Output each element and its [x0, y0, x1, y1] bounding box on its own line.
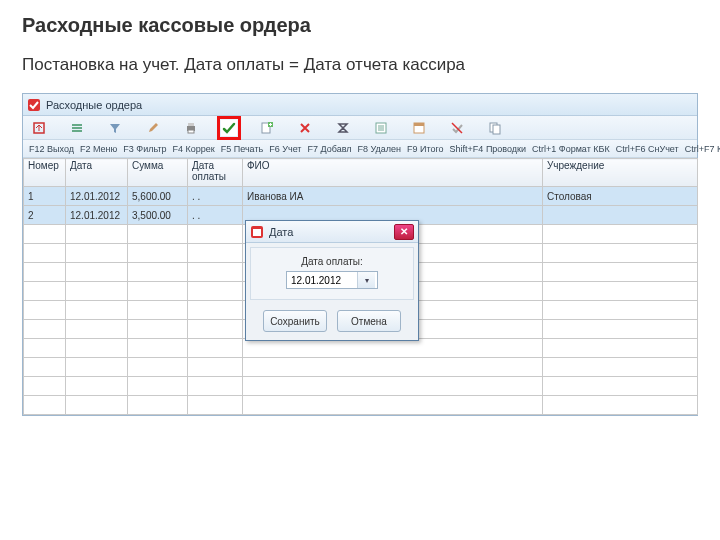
payment-date-field[interactable]	[287, 272, 357, 288]
shortcut[interactable]: F2 Меню	[80, 144, 117, 154]
shortcut[interactable]: F6 Учет	[269, 144, 301, 154]
dialog-icon	[250, 225, 264, 239]
cell-sum: 3,500.00	[128, 206, 188, 225]
cell-pdate: . .	[188, 187, 243, 206]
col-sum[interactable]: Сумма	[128, 159, 188, 187]
svg-rect-4	[72, 130, 82, 132]
table-row[interactable]	[24, 377, 698, 396]
shortcut[interactable]: F9 Итого	[407, 144, 444, 154]
entries-icon[interactable]	[373, 120, 389, 136]
app-window: Расходные ордера F12 Выход F2 Меню F3 Фи…	[22, 93, 698, 416]
dialog-title: Дата	[269, 226, 293, 238]
table-row[interactable]	[24, 358, 698, 377]
close-icon[interactable]: ✕	[394, 224, 414, 240]
cell-org: Столовая	[543, 187, 698, 206]
payment-date-input[interactable]: ▾	[286, 271, 378, 289]
cell-sum: 5,600.00	[128, 187, 188, 206]
window-titlebar: Расходные ордера	[23, 94, 697, 116]
app-icon	[27, 98, 41, 112]
window-title: Расходные ордера	[46, 99, 142, 111]
save-button[interactable]: Сохранить	[263, 310, 327, 332]
svg-rect-12	[414, 123, 424, 126]
svg-rect-3	[72, 127, 82, 129]
col-number[interactable]: Номер	[24, 159, 66, 187]
svg-rect-2	[72, 124, 82, 126]
svg-rect-6	[188, 123, 194, 126]
page-subtitle: Постановка на учет. Дата оплаты = Дата о…	[22, 55, 698, 75]
print-icon[interactable]	[183, 120, 199, 136]
edit-icon[interactable]	[145, 120, 161, 136]
svg-rect-0	[28, 99, 40, 111]
table-row[interactable]	[24, 396, 698, 415]
shortcut[interactable]: F4 Коррек	[173, 144, 215, 154]
date-dialog: Дата ✕ Дата оплаты: ▾ Сохранить Отмена	[245, 220, 419, 341]
filter-icon[interactable]	[107, 120, 123, 136]
shortcut[interactable]: Ctrl+1 Формат КБК	[532, 144, 610, 154]
cell-date: 12.01.2012	[66, 206, 128, 225]
shortcut[interactable]: F12 Выход	[29, 144, 74, 154]
shortcut[interactable]: F5 Печать	[221, 144, 264, 154]
sum-icon[interactable]	[335, 120, 351, 136]
dialog-titlebar: Дата ✕	[246, 221, 418, 243]
shortcut[interactable]: Ctrl+F7 Копия	[685, 144, 720, 154]
toolbar	[23, 116, 697, 140]
svg-rect-16	[253, 229, 261, 236]
cell-date: 12.01.2012	[66, 187, 128, 206]
delete-icon[interactable]	[297, 120, 313, 136]
table-row[interactable]	[24, 339, 698, 358]
cell-fio: Иванова ИА	[243, 187, 543, 206]
register-icon[interactable]	[221, 120, 237, 136]
shortcut-bar: F12 Выход F2 Меню F3 Фильтр F4 Коррек F5…	[23, 140, 697, 158]
shortcut[interactable]: F8 Удален	[358, 144, 402, 154]
cell-pdate: . .	[188, 206, 243, 225]
shortcut[interactable]: F3 Фильтр	[123, 144, 166, 154]
cell-num: 2	[24, 206, 66, 225]
format-icon[interactable]	[411, 120, 427, 136]
cell-org	[543, 206, 698, 225]
payment-date-label: Дата оплаты:	[261, 256, 403, 267]
unregister-icon[interactable]	[449, 120, 465, 136]
menu-icon[interactable]	[69, 120, 85, 136]
add-icon[interactable]	[259, 120, 275, 136]
exit-icon[interactable]	[31, 120, 47, 136]
col-fio[interactable]: ФИО	[243, 159, 543, 187]
svg-rect-14	[493, 125, 500, 134]
col-date[interactable]: Дата	[66, 159, 128, 187]
copy-icon[interactable]	[487, 120, 503, 136]
col-org[interactable]: Учреждение	[543, 159, 698, 187]
cancel-button[interactable]: Отмена	[337, 310, 401, 332]
shortcut[interactable]: F7 Добавл	[308, 144, 352, 154]
date-picker-button[interactable]: ▾	[357, 272, 375, 288]
col-payment-date[interactable]: Дата оплаты	[188, 159, 243, 187]
svg-rect-7	[188, 130, 194, 133]
shortcut[interactable]: Shift+F4 Проводки	[450, 144, 526, 154]
shortcut[interactable]: Ctrl+F6 СнУчет	[616, 144, 679, 154]
table-row[interactable]: 1 12.01.2012 5,600.00 . . Иванова ИА Сто…	[24, 187, 698, 206]
cell-num: 1	[24, 187, 66, 206]
page-title: Расходные кассовые ордера	[22, 14, 698, 37]
